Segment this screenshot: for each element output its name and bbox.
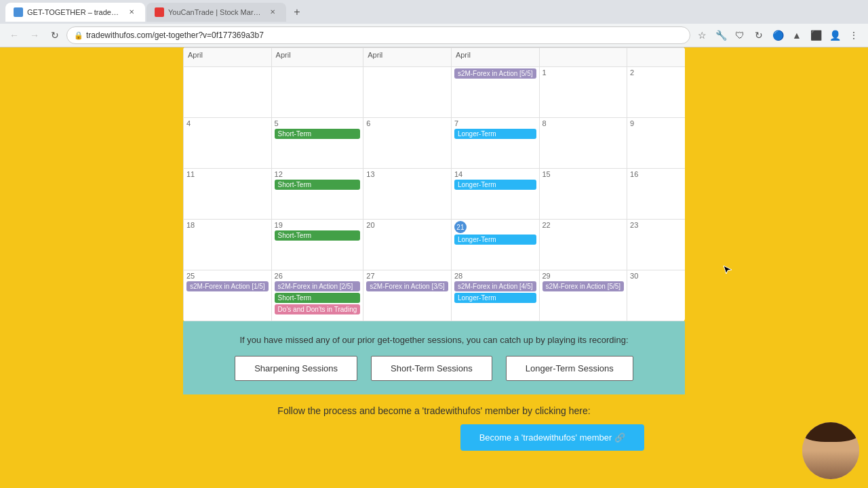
- calendar-cell-2-0: 11: [184, 169, 272, 220]
- day-number: 11: [186, 170, 269, 178]
- col-header-5: [627, 48, 685, 67]
- extension-icon-5[interactable]: ▲: [788, 26, 806, 44]
- calendar-event-short-term[interactable]: Short-Term: [275, 180, 361, 190]
- reload-button[interactable]: ↻: [46, 26, 64, 44]
- tab-favicon-1: [14, 7, 23, 17]
- calendar-cell-3-1: 19Short-Term: [271, 220, 363, 270]
- calendar-cell-3-3: 21Longer-Term: [451, 220, 539, 270]
- extension-icon-2[interactable]: 🛡: [731, 26, 749, 44]
- calendar-cell-0-4: 1: [539, 67, 627, 118]
- calendar-event-short-term[interactable]: Short-Term: [275, 293, 361, 303]
- calendar-event-forex[interactable]: s2M-Forex in Action [5/5]: [454, 68, 536, 79]
- day-number: 7: [454, 119, 536, 127]
- day-number: 9: [630, 119, 685, 127]
- calendar-cell-0-2: [363, 67, 452, 118]
- day-number: 25: [186, 272, 269, 280]
- calendar-cell-0-5: 2: [627, 67, 685, 118]
- calendar-cell-2-2: 13: [363, 169, 452, 220]
- calendar-event-longer-term[interactable]: Longer-Term: [454, 180, 536, 190]
- calendar-cell-2-4: 15: [539, 169, 627, 220]
- day-number: 29: [542, 272, 625, 280]
- day-number: 30: [630, 272, 685, 280]
- calendar-cell-1-5: 9: [627, 118, 685, 169]
- calendar-table: April April April April › s2M-Forex in A…: [183, 47, 685, 321]
- day-number: 2: [630, 68, 685, 77]
- calendar-cell-3-0: 18: [184, 220, 272, 270]
- extension-icon-1[interactable]: 🔧: [712, 26, 730, 44]
- day-number: 18: [186, 221, 269, 229]
- calendar-week-2: 1112Short-Term1314Longer-Term151617: [184, 169, 686, 220]
- tab-close-1[interactable]: ✕: [126, 7, 137, 18]
- calendar-cell-0-0: [184, 67, 272, 118]
- day-number: 14: [454, 170, 536, 178]
- day-number: 4: [186, 119, 269, 127]
- calendar-event-forex[interactable]: s2M-Forex in Action [5/5]: [542, 281, 625, 291]
- tab-bar: GET-TOGETHER – tradewithufos ✕ YouCanTra…: [0, 0, 868, 24]
- day-number: 15: [542, 170, 625, 178]
- tab-inactive[interactable]: YouCanTrade | Stock Market Edu... ✕: [146, 3, 286, 22]
- extension-icon-3[interactable]: ↻: [750, 26, 768, 44]
- calendar-cell-3-4: 22: [539, 220, 627, 270]
- calendar-week-0: s2M-Forex in Action [5/5]123: [184, 67, 686, 118]
- follow-text: Follow the process and become a 'tradewi…: [210, 405, 658, 416]
- calendar-event-forex[interactable]: s2M-Forex in Action [4/5]: [454, 281, 536, 291]
- menu-icon[interactable]: ⋮: [845, 26, 863, 44]
- col-header-3: April: [451, 48, 539, 67]
- calendar-cell-4-2: 27s2M-Forex in Action [3/5]: [363, 270, 452, 321]
- bookmark-icon[interactable]: ☆: [693, 26, 711, 44]
- day-number: 19: [275, 221, 361, 229]
- follow-section: Follow the process and become a 'tradewi…: [183, 394, 685, 435]
- extension-icon-4[interactable]: 🔵: [769, 26, 787, 44]
- calendar-event-forex[interactable]: s2M-Forex in Action [1/5]: [186, 281, 269, 291]
- address-bar-row: ← → ↻ 🔒 tradewithufos.com/get-together?v…: [0, 24, 868, 47]
- calendar-cell-2-1: 12Short-Term: [271, 169, 363, 220]
- day-number: 16: [630, 170, 685, 178]
- calendar-week-3: 1819Short-Term2021Longer-Term222324Sharp…: [184, 220, 686, 270]
- calendar-cell-4-4: 29s2M-Forex in Action [5/5]: [539, 270, 627, 321]
- calendar-header-row: April April April April ›: [184, 48, 686, 67]
- day-number: 21: [454, 221, 467, 233]
- calendar-body: s2M-Forex in Action [5/5]12345Short-Term…: [184, 67, 686, 321]
- calendar-cell-4-5: 30: [627, 270, 685, 321]
- calendar-cell-0-3: s2M-Forex in Action [5/5]: [451, 67, 539, 118]
- day-number: 23: [630, 221, 685, 229]
- day-number: 5: [275, 119, 361, 127]
- calendar-week-4: 25s2M-Forex in Action [1/5]26s2M-Forex i…: [184, 270, 686, 321]
- calendar-cell-2-5: 16: [627, 169, 685, 220]
- info-section: If you have missed any of our prior get-…: [183, 321, 685, 394]
- ssl-lock-icon: 🔒: [74, 31, 83, 40]
- calendar-event-longer-term[interactable]: Longer-Term: [454, 293, 536, 303]
- col-header-1: April: [271, 48, 363, 67]
- calendar-event-dos-donts[interactable]: Do's and Don'ts in Trading: [275, 304, 361, 314]
- new-tab-button[interactable]: +: [288, 3, 307, 22]
- tab-active[interactable]: GET-TOGETHER – tradewithufos ✕: [5, 3, 145, 22]
- address-bar[interactable]: 🔒 tradewithufos.com/get-together?v=0f177…: [66, 26, 690, 44]
- day-number: 27: [366, 272, 448, 280]
- page-content: April April April April › s2M-Forex in A…: [0, 47, 868, 488]
- calendar-cell-3-2: 20: [363, 220, 452, 270]
- profile-icon[interactable]: 👤: [826, 26, 844, 44]
- left-sidebar: [0, 95, 170, 488]
- calendar-event-longer-term[interactable]: Longer-Term: [454, 129, 536, 139]
- calendar-cell-0-1: [271, 67, 363, 118]
- longer-term-sessions-button[interactable]: Longer-Term Sessions: [506, 356, 633, 381]
- calendar-event-short-term[interactable]: Short-Term: [275, 129, 361, 139]
- day-number: 22: [542, 221, 625, 229]
- calendar-event-forex[interactable]: s2M-Forex in Action [3/5]: [366, 281, 448, 291]
- back-button[interactable]: ←: [5, 26, 23, 44]
- calendar-event-longer-term[interactable]: Longer-Term: [454, 235, 536, 245]
- tab-close-2[interactable]: ✕: [267, 7, 278, 18]
- day-number: 1: [542, 68, 625, 77]
- calendar-event-forex[interactable]: s2M-Forex in Action [2/5]: [275, 281, 361, 291]
- calendar-cell-3-5: 23: [627, 220, 685, 270]
- day-number: 28: [454, 272, 536, 280]
- short-term-sessions-button[interactable]: Short-Term Sessions: [371, 356, 492, 381]
- become-member-button[interactable]: Become a 'tradewithufos' member 🔗: [460, 424, 644, 451]
- sharpening-sessions-button[interactable]: Sharpening Sessions: [235, 356, 357, 381]
- toolbar-icons: ☆ 🔧 🛡 ↻ 🔵 ▲ ⬛ 👤 ⋮: [693, 26, 863, 44]
- forward-button[interactable]: →: [26, 26, 43, 44]
- calendar-event-short-term[interactable]: Short-Term: [275, 230, 361, 241]
- extension-icon-6[interactable]: ⬛: [807, 26, 825, 44]
- url-text: tradewithufos.com/get-together?v=0f17736…: [86, 30, 264, 40]
- calendar-cell-1-3: 7Longer-Term: [451, 118, 539, 169]
